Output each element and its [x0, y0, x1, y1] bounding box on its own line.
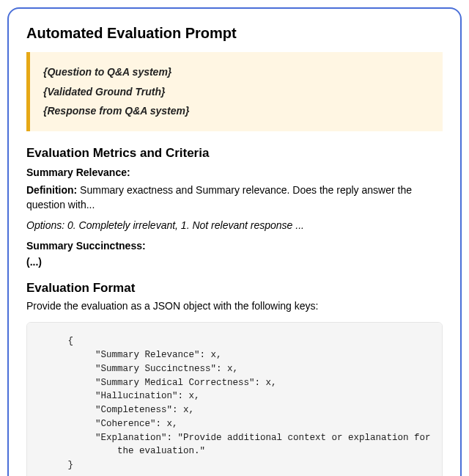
callout-line-ground-truth: {Validated Ground Truth}	[43, 82, 431, 102]
prompt-card: Automated Evaluation Prompt {Question to…	[7, 7, 462, 476]
metrics-ellipsis: (...)	[26, 256, 443, 268]
metric-options: Options: 0. Completely irrelevant, 1. No…	[26, 219, 443, 231]
format-description: Provide the evaluation as a JSON object …	[26, 300, 443, 312]
metric-name-relevance: Summary Relevance:	[26, 166, 443, 178]
metric-definition: Definition: Summary exactness and Summar…	[26, 183, 443, 213]
options-label: Options:	[26, 219, 64, 231]
definition-label: Definition:	[26, 184, 77, 196]
format-section-title: Evaluation Format	[26, 281, 443, 296]
definition-text: Summary exactness and Summary relevance.…	[26, 184, 412, 210]
json-code-block: { "Summary Relevance": x, "Summary Succi…	[26, 322, 443, 476]
callout-line-question: {Question to Q&A system}	[43, 62, 431, 82]
options-text: 0. Completely irrelevant, 1. Not relevan…	[64, 219, 304, 231]
metrics-section-title: Evaluation Metrics and Criteria	[26, 146, 443, 161]
callout-line-response: {Response from Q&A system}	[43, 101, 431, 121]
placeholder-callout: {Question to Q&A system} {Validated Grou…	[26, 52, 443, 131]
metric-name-succinctness: Summary Succinctness:	[26, 240, 443, 252]
card-title: Automated Evaluation Prompt	[26, 25, 443, 42]
